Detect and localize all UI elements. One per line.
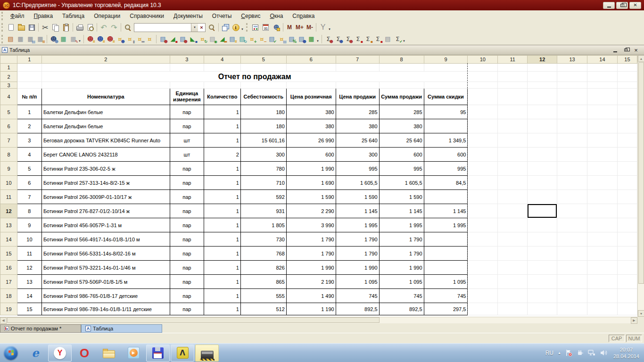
paste-icon[interactable] — [61, 22, 71, 33]
column-header-7[interactable]: 7 — [336, 56, 379, 64]
doc-money-icon[interactable]: ▤¤ — [227, 34, 237, 44]
dropdown-arrow-icon[interactable]: ▼ — [403, 40, 405, 42]
data-cell[interactable]: 95 — [424, 105, 468, 119]
doc-percent-icon[interactable]: ▤% — [287, 34, 297, 44]
cell[interactable] — [587, 261, 618, 275]
data-cell[interactable]: 6 — [17, 176, 41, 190]
cell[interactable] — [557, 64, 587, 72]
row-header-11[interactable]: 11 — [0, 190, 17, 204]
cell[interactable] — [528, 232, 557, 247]
report-column-header[interactable]: Цена розничная — [286, 89, 336, 105]
data-cell[interactable]: Берет CANOE LANOS 2432118 — [41, 148, 170, 162]
data-cell[interactable]: 26 990 — [286, 133, 336, 148]
cell[interactable] — [424, 82, 468, 89]
report-column-header[interactable]: Единица измерения — [170, 89, 204, 105]
language-indicator[interactable]: RU — [545, 350, 553, 356]
data-cell[interactable]: 512 — [240, 303, 286, 315]
data-cell[interactable]: 1 — [204, 261, 240, 275]
windows-explorer-button[interactable] — [97, 345, 121, 362]
cell[interactable] — [498, 105, 528, 119]
cell[interactable] — [617, 275, 637, 289]
data-cell[interactable]: 1 — [204, 190, 240, 204]
data-cell[interactable]: 15 601,16 — [240, 133, 286, 148]
open-document-icon[interactable] — [16, 22, 26, 33]
column-header-14[interactable]: 14 — [587, 56, 618, 64]
cash-register-app-button[interactable] — [195, 345, 219, 362]
cell[interactable] — [41, 82, 170, 89]
menu-item-help[interactable]: Справка — [288, 12, 319, 20]
cell[interactable] — [587, 275, 618, 289]
data-cell[interactable]: 8 — [17, 204, 41, 218]
cell[interactable] — [17, 64, 41, 72]
cell[interactable] — [557, 148, 587, 162]
report-column-header[interactable]: Сумма продажи — [379, 89, 424, 105]
data-cell[interactable]: 14 — [17, 289, 41, 303]
row-header-16[interactable]: 16 — [0, 261, 17, 275]
data-cell[interactable]: пар — [170, 261, 204, 275]
cell[interactable] — [617, 303, 637, 315]
data-cell[interactable]: пар — [170, 303, 204, 315]
data-cell[interactable]: 1 — [204, 133, 240, 148]
data-cell[interactable]: 1 995 — [336, 218, 379, 232]
dropdown-arrow-icon[interactable]: ▼ — [241, 28, 244, 31]
row-header-3[interactable]: 3 — [0, 82, 17, 89]
action-center-flag-icon[interactable] — [565, 349, 572, 356]
cell[interactable] — [498, 162, 528, 176]
cell[interactable] — [41, 64, 170, 72]
menu-item-documents[interactable]: Документы — [169, 12, 207, 20]
chart-export-icon[interactable]: ◢▬ — [217, 34, 227, 44]
data-cell[interactable]: 3 — [17, 133, 41, 148]
cell[interactable] — [557, 247, 587, 261]
bottom-tab-2[interactable]: AТаблица — [81, 324, 162, 333]
cell[interactable] — [617, 204, 637, 218]
column-header-8[interactable]: 8 — [379, 56, 424, 64]
column-header-2[interactable]: 2 — [41, 56, 170, 64]
data-cell[interactable]: 1 790 — [379, 247, 424, 261]
power-plug-icon[interactable] — [577, 349, 584, 356]
cell[interactable] — [528, 162, 557, 176]
data-cell[interactable]: пар — [170, 232, 204, 247]
column-header-1[interactable]: 1 — [17, 56, 41, 64]
row-header-2[interactable]: 2 — [0, 72, 17, 82]
data-cell[interactable]: пар — [170, 162, 204, 176]
media-player-button[interactable]: ▶ — [122, 345, 145, 362]
cell[interactable] — [498, 133, 528, 148]
cell[interactable] — [587, 133, 618, 148]
menu-item-operations[interactable]: Операции — [89, 12, 125, 20]
data-cell[interactable] — [424, 247, 468, 261]
sum-check-icon[interactable]: Σ✔ — [393, 34, 403, 44]
data-cell[interactable]: 380 — [286, 105, 336, 119]
data-cell[interactable]: 745 — [424, 289, 468, 303]
dropdown-arrow-icon[interactable]: ▼ — [78, 40, 81, 42]
money-doc-icon[interactable]: ¤▤ — [277, 34, 287, 44]
memory-add-button[interactable]: M+ — [294, 23, 305, 32]
data-cell[interactable]: 2 190 — [286, 275, 336, 289]
data-cell[interactable]: Ботинки Patrol 986-789-14s-01/8-1/11 дет… — [41, 303, 170, 315]
cell[interactable] — [17, 72, 41, 82]
data-cell[interactable]: 380 — [286, 119, 336, 133]
cell[interactable] — [170, 82, 204, 89]
cash-register-report-icon[interactable]: ▦≡ — [35, 34, 45, 44]
menu-item-catalogs[interactable]: Справочники — [125, 12, 169, 20]
data-cell[interactable]: 7 — [17, 190, 41, 204]
cell[interactable] — [498, 119, 528, 133]
bottom-tab-1[interactable]: Отчет по продажам * — [0, 324, 81, 333]
column-header-15[interactable]: 15 — [617, 56, 637, 64]
cell[interactable] — [617, 247, 637, 261]
sum-supplier-icon[interactable]: Σ☻ — [333, 34, 343, 44]
doc-person-icon[interactable]: ▤☻ — [297, 34, 306, 44]
cell[interactable] — [468, 148, 498, 162]
dropdown-arrow-icon[interactable]: ▼ — [328, 28, 331, 31]
data-cell[interactable]: 1 490 — [286, 289, 336, 303]
cell[interactable] — [617, 190, 637, 204]
archive-cabinet-icon[interactable]: ▤ — [6, 34, 16, 44]
taskbar-clock[interactable]: 20:07 28.04.2014 — [613, 346, 639, 360]
data-cell[interactable]: 1 — [204, 232, 240, 247]
vertical-scroll-thumb[interactable] — [638, 62, 644, 284]
data-cell[interactable]: 1 590 — [379, 190, 424, 204]
cell[interactable] — [557, 204, 587, 218]
row-header-12[interactable]: 12 — [0, 204, 17, 218]
cell[interactable] — [498, 64, 528, 72]
cell[interactable] — [498, 89, 528, 105]
tray-expand-icon[interactable]: ▲ — [558, 351, 561, 354]
